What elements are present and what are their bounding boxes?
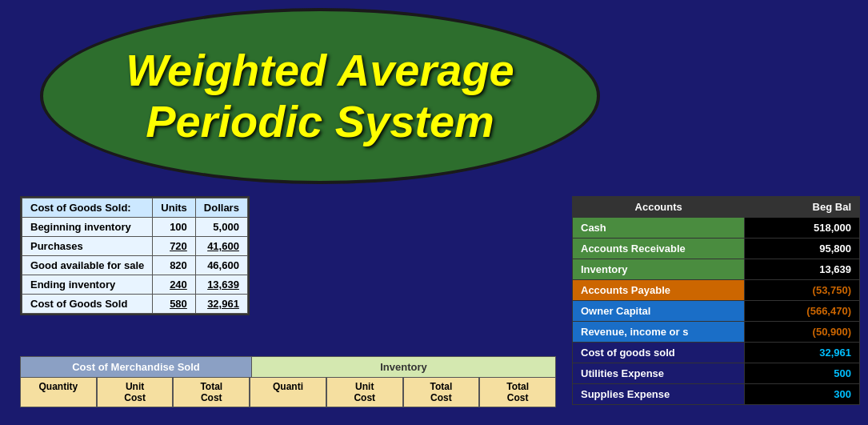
row-label: Ending inventory bbox=[22, 275, 153, 295]
row-label: Purchases bbox=[22, 237, 153, 256]
account-value: 300 bbox=[745, 384, 860, 405]
table-row: Purchases 720 41,600 bbox=[22, 237, 248, 256]
row-label: Beginning inventory bbox=[22, 218, 153, 237]
accounts-column-header: Accounts bbox=[573, 197, 745, 218]
right-table-container: Accounts Beg Bal Cash 518,000 Accounts R… bbox=[572, 196, 860, 405]
table-row: Ending inventory 240 13,639 bbox=[22, 275, 248, 295]
row-units: 580 bbox=[153, 295, 196, 314]
bottom-subheader-row: Quantity UnitCost TotalCost Quanti UnitC… bbox=[20, 378, 556, 407]
cogs-label: Cost of Goods Sold: bbox=[22, 198, 153, 218]
row-label: Good available for sale bbox=[22, 256, 153, 275]
table-row: Good available for sale 820 46,600 bbox=[22, 256, 248, 275]
account-value: 500 bbox=[745, 363, 860, 384]
bottom-header-row: Cost of Merchandise Sold Inventory bbox=[20, 356, 556, 378]
header-ellipse: Weighted Average Periodic System bbox=[40, 8, 600, 184]
header-title-line1: Weighted Average bbox=[126, 45, 514, 96]
left-table-container: Cost of Goods Sold: Units Dollars Beginn… bbox=[20, 196, 250, 315]
table-row: Supplies Expense 300 bbox=[573, 384, 860, 405]
dollars-header: Dollars bbox=[195, 198, 247, 218]
row-dollars: 46,600 bbox=[195, 256, 247, 275]
account-value: (566,470) bbox=[745, 301, 860, 322]
table-row: Owner Capital (566,470) bbox=[573, 301, 860, 322]
subheader-total-cost: TotalCost bbox=[173, 378, 250, 407]
account-name: Accounts Receivable bbox=[573, 239, 745, 259]
row-dollars: 5,000 bbox=[195, 218, 247, 237]
cost-of-goods-table: Cost of Goods Sold: Units Dollars Beginn… bbox=[22, 198, 248, 314]
account-value: 32,961 bbox=[745, 343, 860, 363]
subheader-total-cost3: TotalCost bbox=[479, 378, 556, 407]
account-name: Revenue, income or s bbox=[573, 322, 745, 343]
row-units: 720 bbox=[153, 237, 196, 256]
account-value: 13,639 bbox=[745, 259, 860, 280]
table-row: Cost of Goods Sold 580 32,961 bbox=[22, 295, 248, 314]
table-row: Beginning inventory 100 5,000 bbox=[22, 218, 248, 237]
row-dollars: 13,639 bbox=[195, 275, 247, 295]
subheader-quanti: Quanti bbox=[250, 378, 326, 407]
header-title: Weighted Average Periodic System bbox=[126, 45, 514, 148]
begbal-column-header: Beg Bal bbox=[745, 197, 860, 218]
account-value: (50,900) bbox=[745, 322, 860, 343]
row-units: 100 bbox=[153, 218, 196, 237]
table-row: Cost of goods sold 32,961 bbox=[573, 343, 860, 363]
row-label: Cost of Goods Sold bbox=[22, 295, 153, 314]
account-value: 518,000 bbox=[745, 218, 860, 239]
account-name: Inventory bbox=[573, 259, 745, 280]
row-dollars: 41,600 bbox=[195, 237, 247, 256]
account-value: 95,800 bbox=[745, 239, 860, 259]
table-row: Utilities Expense 500 bbox=[573, 363, 860, 384]
header-title-line2: Periodic System bbox=[126, 96, 514, 147]
row-dollars: 32,961 bbox=[195, 295, 247, 314]
account-name: Supplies Expense bbox=[573, 384, 745, 405]
account-name: Utilities Expense bbox=[573, 363, 745, 384]
units-header: Units bbox=[153, 198, 196, 218]
bottom-table-container: Cost of Merchandise Sold Inventory Quant… bbox=[20, 356, 556, 407]
account-name: Cash bbox=[573, 218, 745, 239]
subheader-total-cost2: TotalCost bbox=[403, 378, 480, 407]
account-name: Accounts Payable bbox=[573, 280, 745, 301]
row-units: 820 bbox=[153, 256, 196, 275]
accounts-table: Accounts Beg Bal Cash 518,000 Accounts R… bbox=[572, 196, 860, 405]
inventory-header: Inventory bbox=[252, 356, 556, 378]
table-row: Inventory 13,639 bbox=[573, 259, 860, 280]
row-units: 240 bbox=[153, 275, 196, 295]
subheader-unit-cost: UnitCost bbox=[97, 378, 174, 407]
table-row: Accounts Receivable 95,800 bbox=[573, 239, 860, 259]
subheader-unit-cost2: UnitCost bbox=[326, 378, 403, 407]
subheader-quantity: Quantity bbox=[20, 378, 97, 407]
table-row: Cash 518,000 bbox=[573, 218, 860, 239]
table-row: Accounts Payable (53,750) bbox=[573, 280, 860, 301]
account-name: Cost of goods sold bbox=[573, 343, 745, 363]
account-value: (53,750) bbox=[745, 280, 860, 301]
cost-of-merchandise-header: Cost of Merchandise Sold bbox=[20, 356, 252, 378]
account-name: Owner Capital bbox=[573, 301, 745, 322]
table-row: Revenue, income or s (50,900) bbox=[573, 322, 860, 343]
